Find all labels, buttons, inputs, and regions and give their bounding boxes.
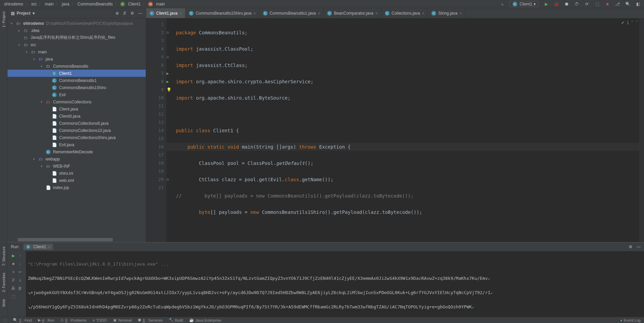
rerun-icon[interactable]: ▶ [12,253,15,258]
bottom-build[interactable]: 🔨 Build [169,318,183,322]
tree-item[interactable]: ▾CommonsBeanutils [7,63,146,70]
gear-icon[interactable]: ⚙ [130,11,134,16]
restore-icon[interactable]: ⇵ [12,278,15,283]
editor-tab[interactable]: CBeanComparator.java× [324,8,381,18]
tree-item[interactable]: shiro.ini [7,170,146,177]
profile-icon[interactable]: ⏱ [574,1,579,7]
concurrent-icon[interactable]: ⬚ [594,1,600,7]
clear-icon[interactable]: 🗑 [18,286,22,291]
tree-item[interactable]: CEvil [7,91,146,98]
event-log[interactable]: ● Event Log [620,318,641,322]
code-area[interactable]: package CommonsBeanutils; import javassi… [166,18,639,242]
scroll-icon[interactable]: ⤓ [18,278,22,283]
editor-tab[interactable]: CClient1.java× [146,8,185,18]
dump-icon[interactable]: ⬚ [12,294,15,299]
bc-java[interactable]: java [61,2,70,6]
tree-item[interactable]: ▾main [7,48,146,55]
inspection-widget[interactable]: ✔ 1 ˄˅ [621,20,638,25]
tool-window-toggle-icon[interactable]: ⬚ [3,318,7,322]
vcs-icon[interactable]: ⎇ [615,1,620,7]
bc-main[interactable]: main [44,2,54,6]
bc-method[interactable]: main [155,2,165,6]
run-icon[interactable]: ▶ [543,1,549,7]
sidebar-tab-web[interactable]: Web [2,299,6,307]
print-icon[interactable]: 🖶 [11,286,15,291]
close-icon[interactable]: × [253,11,255,15]
editor-tab[interactable]: CString.java× [428,8,465,18]
tree-item[interactable]: index.jsp [7,184,146,191]
close-icon[interactable]: × [48,245,50,249]
down-icon[interactable]: ↓ [19,261,21,266]
hide-icon[interactable]: — [637,244,641,249]
bc-class[interactable]: Client1 [127,2,141,6]
collapse-icon[interactable]: ⇵ [123,11,126,16]
close-icon[interactable]: × [180,11,182,15]
bc-src[interactable]: src [31,2,37,6]
breadcrumb[interactable]: shirodemo 〉 src 〉 main 〉 java 〉 CommonsB… [3,1,165,7]
search-icon[interactable]: 🔍 [625,1,630,7]
tree-item[interactable]: ▾🗁CommonsCollections [7,98,146,105]
close-icon[interactable]: × [318,11,320,15]
editor-marker-bar[interactable] [639,18,644,242]
close-icon[interactable]: × [422,11,424,15]
tree-item[interactable]: CommonsCollections6.java [7,120,146,127]
tree-item[interactable]: ▾🗁webapp [7,155,146,163]
up-icon[interactable]: ˄ [631,20,633,25]
tree-item[interactable]: web.xml [7,177,146,184]
bottom-problems[interactable]: ⚠ 6: Problems [60,318,87,322]
tree-item[interactable]: Client.java [7,105,146,113]
tree-item[interactable]: CCommonsBeanutils1 [7,77,146,84]
run-tab[interactable]: C Client1 × [23,244,53,250]
tree-item[interactable]: ▾WEB-INF [7,163,146,170]
scrollbar-thumb[interactable] [18,238,113,241]
tree-item[interactable]: CCommonsBeanutils1Shiro [7,84,146,91]
tree-root[interactable]: ▾ shirodemo D:\safetool\Tools\webleak\PO… [7,20,146,27]
up-icon[interactable]: ↑ [19,253,21,258]
sidebar-tab-favorites[interactable]: 2: Favorites [2,273,6,292]
project-title[interactable]: ▤ Project ▾ [11,11,35,16]
bc-root[interactable]: shirodemo [3,2,24,6]
build-icon[interactable]: ↘ [499,1,505,7]
gear-icon[interactable]: ⚙ [629,244,632,249]
layout-icon[interactable]: ◧ [635,1,641,7]
tree-item[interactable]: Client0.java [7,113,146,120]
editor-body[interactable]: 123456789101112131415161718192021 ⊟ ⊟ ▶▶… [146,18,644,242]
bc-package[interactable]: CommonsBeanutils [77,2,113,6]
attach-icon[interactable]: ⟳ [584,1,590,7]
bottom-services[interactable]: ⬢ 8: Services [138,318,162,322]
sidebar-tab-project[interactable]: 1: Project [2,12,6,27]
close-icon[interactable]: × [460,11,462,15]
down-icon[interactable]: ˅ [636,20,638,25]
close-icon[interactable]: × [375,11,377,15]
bottom-terminal[interactable]: ▣ Terminal [113,318,132,322]
tree-item[interactable]: Evil.java [7,141,146,148]
editor-tab[interactable]: CCommonsBeanutils1Shiro.java× [185,8,260,18]
editor-tab[interactable]: CCollections.java× [381,8,428,18]
run-output[interactable]: "C:\Program Files\Java\jdk1.8.0_171\bin\… [26,251,644,317]
debug-icon[interactable]: 🐞 [554,1,559,7]
bottom-todo[interactable]: ≡ TODO [93,318,107,322]
bottom-find[interactable]: 🔍 3: Find [13,318,32,322]
layout-icon[interactable]: ≡ [12,270,14,274]
tree-item[interactable]: ▸.idea [7,27,146,34]
editor-tab[interactable]: CCommonsBeanutils1.java× [260,8,324,18]
locate-icon[interactable]: ⊕ [115,11,119,16]
run-config-selector[interactable]: C Client1 ▾ [509,1,539,7]
sidebar-tab-structure[interactable]: 7: Structure [2,247,6,266]
bottom-run[interactable]: ▶ 4: Run [38,318,54,322]
bottom-jee[interactable]: ☕ Java Enterprise [189,318,221,322]
hide-icon[interactable]: — [138,11,142,16]
gutter-icons[interactable]: ⊟ ⊟ ▶▶ 💡 ⊟ [166,20,173,200]
tree-item[interactable]: ▾src [7,41,146,48]
project-tree[interactable]: ▾ shirodemo D:\safetool\Tools\webleak\PO… [7,18,146,242]
wrap-icon[interactable]: ↩ [18,270,22,274]
tree-item[interactable]: Java反序列化利用链分析之Shiro反序列化_files [7,34,146,41]
tree-item[interactable]: CRememberMeDecode [7,148,146,155]
stop-icon[interactable]: ■ [12,261,14,266]
stop-icon[interactable]: ■ [605,1,610,7]
tree-item-selected[interactable]: CClient1 [7,70,146,77]
tree-item[interactable]: ▾🗁java [7,55,146,63]
coverage-icon[interactable]: ⬢ [564,1,569,7]
tree-item[interactable]: CommonsCollectionsShiro.java [7,134,146,141]
line-gutter[interactable]: 123456789101112131415161718192021 [146,18,166,242]
